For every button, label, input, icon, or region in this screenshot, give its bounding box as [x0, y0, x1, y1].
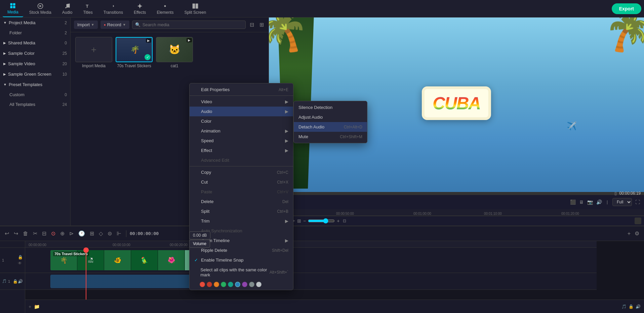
add-media-icon[interactable]: +	[29, 304, 31, 309]
search-input[interactable]	[143, 22, 243, 27]
color-dot-green[interactable]	[221, 282, 226, 287]
ctx-color[interactable]: Color	[190, 116, 293, 126]
export-button[interactable]: Export	[612, 3, 641, 14]
align-btn[interactable]: ⊜	[106, 229, 113, 238]
nav-effects[interactable]: Effects	[129, 1, 151, 17]
crop-icon[interactable]: ⊞	[297, 218, 301, 224]
section-sample-video[interactable]: ▶ Sample Video 20	[0, 58, 70, 69]
volume-label[interactable]: Volume	[189, 240, 210, 248]
trim-tl-button[interactable]: ⊟	[41, 229, 48, 238]
cat1-media-item[interactable]: 🐱 ▶ cat1	[156, 37, 193, 68]
playhead-btn[interactable]: ⊙	[50, 229, 57, 238]
quality-select[interactable]: Full 1/2 1/4	[612, 198, 632, 206]
view-toggle-button[interactable]: ⊞	[258, 20, 265, 29]
import-button[interactable]: Import ▼	[74, 21, 98, 29]
sub-silence-detection[interactable]: Silence Detection	[294, 103, 367, 112]
track-eye-btn[interactable]: 👁	[18, 261, 22, 266]
ctx-select-color[interactable]: Select all clips with the same color mar…	[190, 265, 293, 280]
ctx-trim[interactable]: Trim ▶	[190, 216, 293, 226]
fullscreen-icon[interactable]: ⛶	[635, 199, 640, 205]
color-dot-darkred[interactable]	[207, 282, 212, 287]
video-clip[interactable]: 70s Travel Stickers 🌴 🏖 🐠 🦜 🌺	[50, 250, 208, 270]
audio-speaker-btn[interactable]: 🔊	[18, 279, 23, 284]
nav-titles[interactable]: T Titles	[78, 1, 97, 17]
svg-rect-0	[10, 3, 13, 5]
sidebar-item-custom[interactable]: Custom 0	[0, 90, 70, 100]
nav-media[interactable]: Media	[3, 0, 23, 17]
ctx-audio[interactable]: Audio ▶	[190, 107, 293, 116]
lock-tl-icon[interactable]: 🔒	[629, 304, 634, 309]
color-dot-lightgray[interactable]	[256, 282, 261, 287]
split-tl-btn[interactable]: ⊩	[115, 229, 123, 238]
zoom-slider[interactable]	[308, 218, 335, 224]
settings-tl-btn[interactable]: ⚙	[633, 229, 641, 238]
magnet-btn[interactable]: ⊕	[59, 229, 66, 238]
playhead[interactable]	[86, 248, 86, 300]
import-media-item[interactable]: + Import Media	[75, 37, 112, 68]
zoom-fit-icon[interactable]: ⊡	[343, 219, 346, 223]
sub-adjust-audio[interactable]: Adjust Audio	[294, 112, 367, 122]
snapshot-icon[interactable]: ⬛	[570, 199, 576, 205]
preview-progress-bar[interactable]: [ ] 00:00:06:19	[269, 192, 644, 195]
add-track-btn[interactable]: +	[626, 229, 632, 238]
color-dot-blue[interactable]	[235, 282, 240, 287]
timeline-toolbar: ↩ ↪ 🗑 ✂ ⊟ ⊙ ⊕ ⊳ 🕐 ⊞ ◇ ⊜ ⊩ 00:00:00:00 + …	[0, 226, 644, 241]
diamond-btn[interactable]: ◇	[97, 229, 104, 238]
nav-stock-media[interactable]: Stock Media	[25, 1, 56, 17]
section-shared-media[interactable]: ▶ Shared Media 0	[0, 38, 70, 48]
sidebar-item-folder[interactable]: Folder 2	[0, 28, 70, 38]
color-dot-teal[interactable]	[228, 282, 233, 287]
sub-detach-audio[interactable]: Detach Audio Ctrl+Alt+D	[294, 122, 367, 132]
record-chevron: ▼	[123, 23, 126, 27]
nav-elements[interactable]: Elements	[152, 1, 178, 17]
track-lock-btn[interactable]: 🔒	[18, 255, 23, 260]
track-area: 70s Travel Stickers 🌴 🏖 🐠 🦜 🌺	[25, 248, 597, 300]
ctx-enable-snap[interactable]: ✓ Enable Timeline Snap	[190, 255, 293, 265]
color-dot-purple[interactable]	[242, 282, 247, 287]
ctx-speed[interactable]: Speed ▶	[190, 136, 293, 146]
nav-split-screen[interactable]: Split Screen	[179, 1, 211, 17]
ctx-zoom-arrow: ▶	[285, 238, 288, 243]
section-sample-green[interactable]: ▶ Sample Green Screen 10	[0, 69, 70, 79]
minus-zoom-icon[interactable]: −	[303, 218, 306, 224]
ctx-split[interactable]: Split Ctrl+B	[190, 206, 293, 216]
ctx-video[interactable]: Video ▶	[190, 97, 293, 107]
ctx-cut[interactable]: Cut Ctrl+X	[190, 177, 293, 187]
speaker-tl-icon[interactable]: 🔊	[636, 304, 641, 309]
audio-label-icon: 🎵	[2, 279, 7, 283]
ctx-copy[interactable]: Copy Ctrl+C	[190, 167, 293, 177]
plus-zoom-icon[interactable]: +	[337, 218, 339, 224]
section-preset-templates[interactable]: ▼ Preset Templates	[0, 79, 70, 90]
redo-button[interactable]: ↪	[12, 229, 19, 238]
ctx-effect[interactable]: Effect ▶	[190, 146, 293, 155]
ctx-animation[interactable]: Animation ▶	[190, 126, 293, 136]
monitor-icon[interactable]: 🖥	[579, 199, 584, 205]
folder-add-icon[interactable]: 📁	[34, 304, 40, 309]
audio-lock-btn[interactable]: 🔒	[13, 279, 18, 284]
section-sample-color[interactable]: ▶ Sample Color 25	[0, 48, 70, 58]
volume-icon[interactable]: 🔊	[596, 199, 602, 205]
color-dot-gray[interactable]	[249, 282, 254, 287]
undo-button[interactable]: ↩	[3, 229, 10, 238]
palm-right: 🌴	[587, 17, 644, 192]
marker-btn[interactable]: ⊳	[68, 229, 75, 238]
sub-mute[interactable]: Mute Ctrl+Shift+M	[294, 132, 367, 142]
cut-tl-button[interactable]: ✂	[32, 229, 39, 238]
nav-transitions[interactable]: Transitions	[99, 1, 128, 17]
filter-button[interactable]: ⊟	[248, 20, 255, 29]
ctx-edit-properties[interactable]: Edit Properties Alt+E	[190, 85, 293, 94]
section-project-media[interactable]: ▼ Project Media 2	[0, 17, 70, 28]
delete-tl-button[interactable]: 🗑	[22, 229, 30, 238]
fit-btn[interactable]: ⊞	[88, 229, 95, 238]
stickers-media-item[interactable]: 🌴 ▶ ✓ 70s Travel Stickers	[116, 37, 153, 68]
clock-btn[interactable]: 🕐	[77, 229, 86, 238]
camera-icon[interactable]: 📷	[587, 199, 593, 205]
shared-media-count: 0	[65, 41, 67, 45]
ctx-speed-arrow: ▶	[285, 138, 288, 143]
record-button[interactable]: ● Record ▼	[100, 21, 129, 29]
nav-audio[interactable]: Audio	[57, 1, 77, 17]
sidebar-item-all-templates[interactable]: All Templates 24	[0, 100, 70, 109]
color-dot-orange[interactable]	[214, 282, 219, 287]
ctx-delete[interactable]: Delete Del	[190, 197, 293, 206]
color-dot-red[interactable]	[200, 282, 205, 287]
